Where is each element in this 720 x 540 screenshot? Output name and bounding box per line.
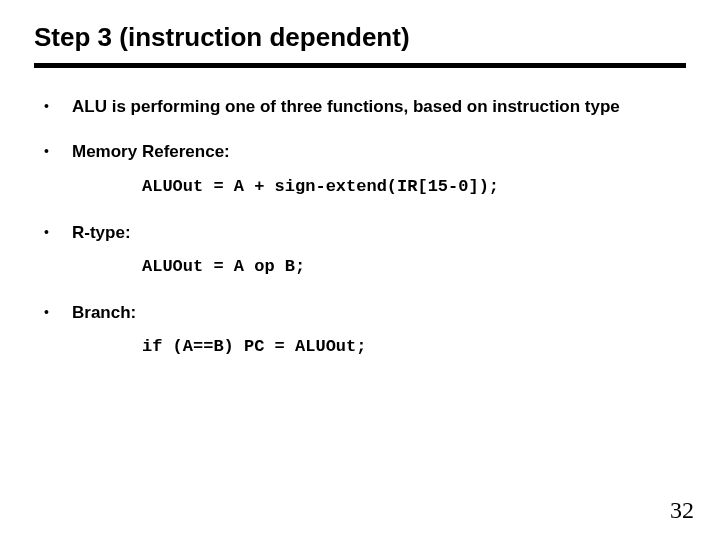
- bullet-rtype-code: ALUOut = A op B;: [142, 257, 686, 276]
- bullet-branch-code: if (A==B) PC = ALUOut;: [142, 337, 686, 356]
- bullet-memref: Memory Reference: ALUOut = A + sign-exte…: [34, 141, 686, 195]
- bullet-memref-code: ALUOut = A + sign-extend(IR[15-0]);: [142, 177, 686, 196]
- bullet-rtype-label: R-type:: [72, 222, 686, 243]
- bullet-branch-label: Branch:: [72, 302, 686, 323]
- slide: Step 3 (instruction dependent) ALU is pe…: [0, 0, 720, 540]
- bullet-branch: Branch: if (A==B) PC = ALUOut;: [34, 302, 686, 356]
- bullet-list: ALU is performing one of three functions…: [34, 96, 686, 356]
- bullet-intro-text: ALU is performing one of three functions…: [72, 96, 686, 117]
- bullet-memref-label: Memory Reference:: [72, 141, 686, 162]
- bullet-rtype: R-type: ALUOut = A op B;: [34, 222, 686, 276]
- bullet-intro: ALU is performing one of three functions…: [34, 96, 686, 117]
- page-number: 32: [670, 497, 694, 524]
- title-rule: [34, 63, 686, 68]
- slide-title: Step 3 (instruction dependent): [34, 22, 686, 53]
